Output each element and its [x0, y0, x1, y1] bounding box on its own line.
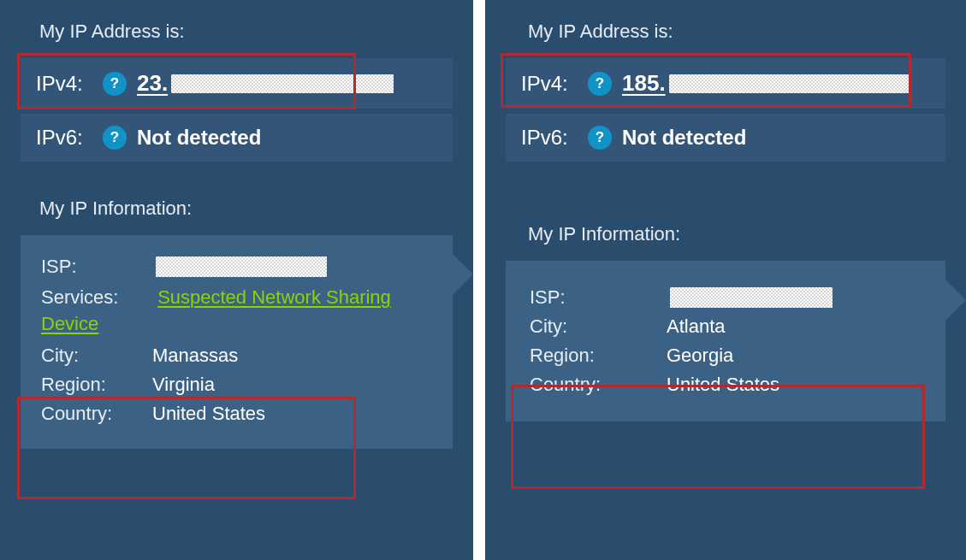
ipv4-label: IPv4: [521, 72, 583, 96]
country-row: Country: United States [530, 370, 922, 399]
ipv6-value: Not detected [622, 126, 746, 150]
ipv6-row: IPv6: ? Not detected [21, 114, 453, 162]
ipv4-row: IPv4: ? 23. [21, 58, 453, 109]
spacer [21, 167, 453, 194]
services-label: Services: [41, 286, 152, 309]
ip-info-box: ISP: City: Atlanta Region: Georgia Count… [506, 261, 945, 421]
city-value: Atlanta [667, 315, 726, 338]
ip-info-box: ISP: Services: Suspected Network Sharing… [21, 235, 453, 449]
ip-info-heading: My IP Information: [528, 223, 945, 245]
city-label: City: [41, 345, 152, 367]
help-icon[interactable]: ? [103, 126, 127, 150]
redacted-block [171, 74, 394, 93]
help-icon[interactable]: ? [588, 72, 612, 96]
city-label: City: [530, 315, 667, 338]
ipv6-row: IPv6: ? Not detected [506, 114, 945, 162]
ipv6-label: IPv6: [36, 126, 98, 150]
ip-panel-right: My IP Address is: IPv4: ? 185. IPv6: ? N… [485, 0, 966, 560]
ipv4-prefix: 185. [622, 70, 666, 97]
city-row: City: Manassas [41, 341, 432, 370]
ip-info-heading: My IP Information: [39, 197, 453, 220]
country-label: Country: [41, 403, 152, 425]
ipv6-label: IPv6: [521, 126, 583, 150]
ip-address-heading: My IP Address is: [528, 21, 945, 43]
ip-panel-left: My IP Address is: IPv4: ? 23. IPv6: ? No… [0, 0, 473, 560]
redacted-block [670, 287, 833, 308]
ipv4-value[interactable]: 23. [137, 70, 394, 97]
region-value: Virginia [152, 374, 215, 396]
region-label: Region: [530, 345, 667, 367]
isp-row: ISP: [41, 252, 432, 281]
isp-label: ISP: [41, 256, 152, 278]
region-row: Region: Virginia [41, 370, 432, 399]
ipv4-prefix: 23. [137, 70, 168, 97]
ipv4-row: IPv4: ? 185. [506, 58, 945, 109]
services-row: Services: Suspected Network Sharing Devi… [41, 281, 432, 341]
isp-row: ISP: [530, 283, 922, 312]
region-label: Region: [41, 374, 152, 396]
city-row: City: Atlanta [530, 312, 922, 341]
help-icon[interactable]: ? [103, 72, 127, 96]
country-value: United States [152, 403, 265, 425]
region-row: Region: Georgia [530, 341, 922, 370]
ipv6-value: Not detected [137, 126, 261, 150]
country-value: United States [667, 374, 779, 396]
country-label: Country: [530, 374, 667, 396]
ip-address-heading: My IP Address is: [39, 21, 453, 43]
ipv4-value[interactable]: 185. [622, 70, 909, 97]
redacted-block [669, 74, 909, 93]
spacer [506, 167, 945, 220]
isp-label: ISP: [530, 286, 667, 309]
city-value: Manassas [152, 345, 238, 367]
redacted-block [156, 256, 327, 277]
region-value: Georgia [667, 345, 733, 367]
ipv4-label: IPv4: [36, 72, 98, 96]
country-row: Country: United States [41, 399, 432, 428]
help-icon[interactable]: ? [588, 126, 612, 150]
